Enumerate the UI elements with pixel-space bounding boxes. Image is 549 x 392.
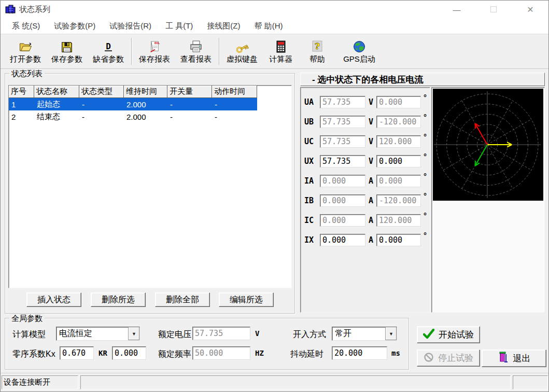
toolbar-label: 查看报表 (180, 54, 212, 64)
column-header-index[interactable]: 序号 (9, 86, 34, 98)
ia-angle-input[interactable]: 0.000 (376, 175, 421, 187)
ia-value-input[interactable]: 0.000 (320, 175, 365, 187)
toolbar-help-button[interactable]: ? 帮助 (299, 36, 335, 67)
combobox-value: 电流恒定 (57, 327, 128, 340)
toolbar-open-params-button[interactable]: 打开参数 (5, 36, 46, 67)
svg-text:D: D (106, 41, 111, 51)
rated-freq-input[interactable]: 50.000 (192, 346, 250, 360)
menu-system[interactable]: 系 统(S) (12, 21, 40, 31)
toolbar-view-report-button[interactable]: 查看报表 (175, 36, 217, 67)
column-header-type[interactable]: 状态类型 (79, 86, 124, 98)
kx-input[interactable]: 0.670 (60, 346, 94, 360)
maximize-icon (490, 6, 497, 12)
edit-selected-button[interactable]: 编辑所选 (219, 292, 274, 307)
uc-angle-input[interactable]: 120.000 (376, 135, 421, 148)
chevron-down-icon[interactable]: ▼ (128, 327, 139, 340)
toolbar-label: 缺省参数 (93, 54, 124, 64)
chevron-down-icon[interactable]: ▼ (385, 327, 397, 340)
menu-tools[interactable]: 工 具(T) (165, 21, 193, 31)
delete-all-button[interactable]: 删除全部 (155, 292, 210, 307)
debounce-unit: ms (391, 349, 400, 357)
calc-model-combobox[interactable]: 电流恒定 ▼ (56, 327, 140, 341)
button-label: 插入状态 (37, 295, 71, 305)
phasor-panel (431, 87, 545, 313)
rated-voltage-input[interactable]: 57.735 (192, 327, 250, 340)
app-icon (5, 4, 16, 15)
phase-label: IA (304, 176, 314, 186)
toolbar-gps-start-button[interactable]: GPS启动 (335, 36, 383, 67)
menu-bar: 系 统(S) 试验参数(P) 试验报告(R) 工 具(T) 接线图(Z) 帮 助… (1, 18, 548, 34)
phase-label: UB (304, 117, 314, 127)
menu-help[interactable]: 帮 助(H) (254, 21, 283, 31)
toolbar-save-report-button[interactable]: EXL 保存报表 (134, 36, 175, 67)
rated-voltage-label: 额定电压 (158, 329, 191, 340)
unit-label: A (369, 216, 373, 225)
calculator-icon (275, 39, 287, 53)
input-mode-combobox[interactable]: 常开 ▼ (332, 327, 397, 341)
cell-switch: - (167, 110, 212, 123)
unit-label: A (369, 176, 373, 186)
ib-value-input[interactable]: 0.000 (320, 194, 365, 207)
maximize-button[interactable] (475, 1, 512, 18)
ic-value-input[interactable]: 0.000 (320, 214, 365, 227)
toolbar-save-params-button[interactable]: 保存参数 (46, 36, 88, 67)
delete-selected-button[interactable]: 删除所选 (91, 292, 146, 307)
minimize-button[interactable]: — (439, 1, 475, 18)
column-header-switch[interactable]: 开关量 (167, 86, 212, 98)
phase-row-ib: IB 0.000 A -120.000 ° (301, 194, 430, 207)
unit-label: V (369, 117, 373, 127)
column-header-hold-time[interactable]: 维持时间 (124, 86, 167, 98)
uc-value-input[interactable]: 57.735 (320, 135, 365, 148)
ix-value-input[interactable]: 0.000 (320, 234, 365, 246)
menu-test-params[interactable]: 试验参数(P) (54, 21, 95, 31)
insert-state-button[interactable]: 插入状态 (26, 292, 81, 307)
cell-name: 起始态 (34, 98, 79, 110)
column-header-name[interactable]: 状态名称 (34, 86, 79, 98)
kr-input[interactable]: 0.000 (112, 346, 146, 360)
minimize-icon: — (453, 5, 461, 14)
ub-angle-input[interactable]: -120.000 (376, 116, 421, 128)
menu-test-report[interactable]: 试验报告(R) (109, 21, 151, 31)
button-label: 停止试验 (438, 352, 473, 364)
phase-label: UC (304, 137, 314, 146)
debounce-input[interactable]: 20.000 (332, 346, 387, 360)
toolbar-separator (219, 38, 219, 65)
app-window: 状态系列 — ✕ 系 统(S) 试验参数(P) 试验报告(R) 工 具(T) 接… (0, 0, 549, 392)
close-button[interactable]: ✕ (512, 1, 548, 18)
ux-value-input[interactable]: 57.735 (320, 155, 365, 167)
menu-wiring-diagram[interactable]: 接线图(Z) (207, 21, 240, 31)
start-test-button[interactable]: 开始试验 (417, 326, 480, 343)
status-panel-middle (80, 375, 511, 389)
button-label: 编辑所选 (230, 295, 263, 305)
ix-angle-input[interactable]: 0.000 (376, 234, 421, 246)
ua-value-input[interactable]: 57.735 (320, 96, 365, 108)
toolbar-label: 保存参数 (51, 54, 82, 64)
save-report-icon: EXL (148, 39, 161, 53)
toolbar-virtual-keyboard-button[interactable]: 虚拟键盘 (221, 36, 263, 67)
phase-row-ub: UB 57.735 V -120.000 ° (301, 116, 430, 128)
toolbar-default-params-button[interactable]: D 缺省参数 (88, 36, 129, 67)
table-row[interactable]: 2 结束态 - 2.000 - - (9, 110, 291, 123)
ib-angle-input[interactable]: -120.000 (376, 194, 421, 207)
cell-type: - (79, 110, 124, 123)
unit-label: A (369, 196, 373, 205)
cell-action-time: - (212, 98, 257, 110)
phase-fields-panel: UA 57.735 V 0.000 ° UB 57.735 V -120.000… (300, 87, 430, 313)
print-report-icon (189, 39, 203, 53)
exit-button[interactable]: 退出 (482, 349, 546, 367)
ub-value-input[interactable]: 57.735 (320, 116, 365, 128)
column-header-action-time[interactable]: 动作时间 (212, 86, 257, 98)
cell-name: 结束态 (34, 110, 79, 123)
stop-test-button[interactable]: 停止试验 (417, 349, 480, 367)
toolbar-calculator-button[interactable]: 计算器 (263, 36, 299, 67)
ux-angle-input[interactable]: 0.000 (376, 155, 421, 167)
ic-angle-input[interactable]: 120.000 (376, 214, 421, 227)
phase-label: IB (304, 196, 314, 205)
table-row[interactable]: 1 起始态 - 2.000 - - (9, 98, 291, 110)
degree-symbol: ° (424, 211, 427, 220)
degree-symbol: ° (424, 113, 427, 121)
phase-label: IX (304, 235, 314, 245)
phase-row-ic: IC 0.000 A 120.000 ° (301, 214, 430, 227)
stop-icon (424, 352, 434, 365)
ua-angle-input[interactable]: 0.000 (376, 96, 421, 108)
